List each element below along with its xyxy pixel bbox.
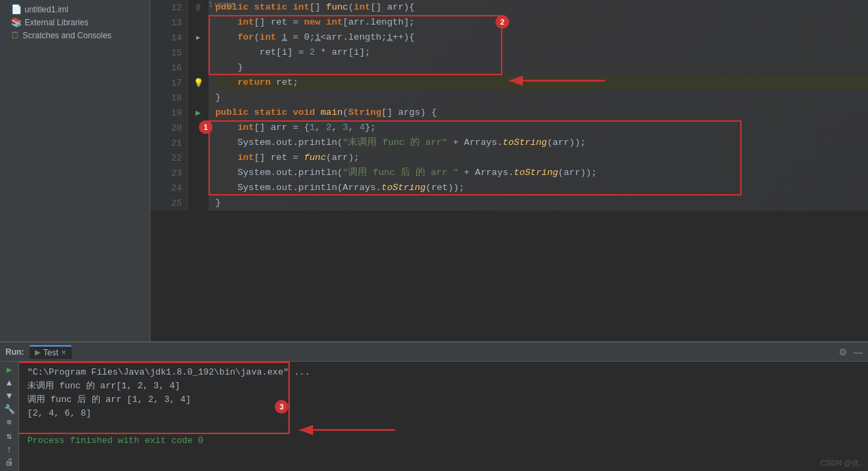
file-icon: 📄 (11, 4, 22, 14)
code-line-20: int[] arr = {1, 2, 3, 4}; (215, 120, 868, 135)
code-lines[interactable]: 2 1 (208, 0, 868, 211)
run-button[interactable]: ▶ (2, 364, 17, 375)
gutter-bookmark-14: ▶ (188, 30, 208, 45)
code-line-19: public static void main(String[] args) { (215, 105, 868, 120)
tab-name: Test (43, 348, 58, 358)
line-12: 12 (150, 0, 187, 15)
code-line-24: System.out.println(Arrays.toString(ret))… (215, 180, 868, 196)
gutter-16 (188, 60, 208, 75)
badge-3: 3 (275, 400, 288, 414)
up-button[interactable]: ▲ (2, 378, 17, 388)
scratch-icon: 🗒 (11, 30, 20, 40)
panel-tabs: Run: ▶ Test ✕ ⚙ — (0, 342, 868, 362)
gutter-15 (188, 45, 208, 60)
sidebar-item-label: untitled1.iml (25, 5, 68, 14)
console-output: 3 "C:\Program Files\Java\jdk1.8.0_192\bi… (19, 362, 868, 471)
print-icon[interactable]: 🖨 (2, 457, 17, 468)
code-line-22: int[] ret = func(arr); (215, 150, 868, 165)
gutter-play-19[interactable]: ▶ (188, 105, 208, 120)
line-13: 13 (150, 15, 187, 30)
code-line-23: System.out.println("调用 func 后 的 arr " + … (215, 165, 868, 180)
gutter-21 (188, 135, 208, 150)
code-line-18: } (215, 90, 868, 105)
line-25: 25 (150, 196, 187, 211)
sort-icon[interactable]: ⇅ (2, 431, 17, 442)
editor-area: 1 usage 12 13 14 15 16 17 18 19 20 21 22… (150, 0, 868, 211)
console-arrow (293, 416, 402, 444)
down-button[interactable]: ▼ (2, 391, 17, 401)
line-16: 16 (150, 60, 187, 75)
sidebar-item-iml[interactable]: 📄 untitled1.iml (0, 3, 150, 16)
line-21: 21 (150, 135, 187, 150)
code-line-13: int[] ret = new int[arr.length]; (215, 15, 868, 30)
console-line-3: [2, 4, 6, 8] (27, 407, 860, 420)
line-22: 22 (150, 150, 187, 165)
gutter-at-12: @ (188, 0, 208, 15)
tab-close-icon[interactable]: ✕ (61, 349, 66, 356)
lines-icon[interactable]: ≡ (2, 418, 17, 428)
upload-icon[interactable]: ↑ (2, 444, 17, 455)
line-numbers: 12 13 14 15 16 17 18 19 20 21 22 23 24 2… (150, 0, 188, 211)
badge-1: 1 (199, 120, 213, 134)
gutter-22 (188, 150, 208, 165)
sidebar-item-label: External Libraries (25, 18, 88, 27)
console-java-path: "C:\Program Files\Java\jdk1.8.0_192\bin\… (27, 366, 860, 379)
settings-icon[interactable]: ⚙ (839, 347, 847, 358)
console-exit-status: Process finished with exit code 0 (27, 434, 860, 448)
code-line-16: } (215, 60, 868, 75)
sidebar: 📄 untitled1.iml 📚 External Libraries 🗒 S… (0, 0, 150, 341)
line-20: 20 (150, 120, 187, 135)
gutter-bulb-17[interactable]: 💡 (188, 75, 208, 90)
line-15: 15 (150, 45, 187, 60)
gutter: @ ▶ 💡 ▶ (188, 0, 208, 211)
code-line-17: return ret; (215, 75, 868, 90)
gutter-24 (188, 180, 208, 196)
library-icon: 📚 (11, 17, 22, 27)
watermark: CSDN @优... (820, 458, 865, 468)
code-line-15: ret[i] = 2 * arr[i]; (215, 45, 868, 60)
bottom-panel: Run: ▶ Test ✕ ⚙ — ▶ ▲ ▼ 🔧 ≡ ⇅ ↑ 🖨 🗑 (0, 341, 868, 471)
line-17: 17 (150, 75, 187, 90)
code-line-14: for(int i = 0;i<arr.length;i++){ (215, 30, 868, 45)
panel-sidebar: ▶ ▲ ▼ 🔧 ≡ ⇅ ↑ 🖨 🗑 (0, 362, 19, 471)
main-area: 📄 untitled1.iml 📚 External Libraries 🗒 S… (0, 0, 868, 341)
line-24: 24 (150, 180, 187, 196)
gutter-13 (188, 15, 208, 30)
panel-settings[interactable]: ⚙ — (839, 347, 863, 358)
tab-icon: ▶ (35, 348, 40, 357)
gutter-18 (188, 90, 208, 105)
console-line-1: 未调用 func 的 arr[1, 2, 3, 4] (27, 379, 860, 393)
code-line-25: } (215, 196, 868, 211)
sidebar-item-scratches[interactable]: 🗒 Scratches and Consoles (0, 29, 150, 42)
code-line-21: System.out.println("未调用 func 的 arr" + Ar… (215, 135, 868, 150)
console-line-2: 调用 func 后 的 arr [1, 2, 3, 4] (27, 393, 860, 407)
sidebar-item-label: Scratches and Consoles (23, 31, 111, 40)
line-18: 18 (150, 90, 187, 105)
run-label: Run: (5, 347, 24, 357)
gutter-25 (188, 196, 208, 211)
line-23: 23 (150, 165, 187, 180)
editor-wrapper: 1 usage 12 13 14 15 16 17 18 19 20 21 22… (150, 0, 868, 341)
code-line-12: public static int[] func(int[] arr){ (215, 0, 868, 15)
panel-tab-test[interactable]: ▶ Test ✕ (29, 345, 72, 359)
panel-content: ▶ ▲ ▼ 🔧 ≡ ⇅ ↑ 🖨 🗑 3 (0, 362, 868, 471)
wrench-icon[interactable]: 🔧 (2, 404, 17, 415)
sidebar-item-external-libraries[interactable]: 📚 External Libraries (0, 16, 150, 29)
minimize-icon[interactable]: — (853, 347, 863, 358)
gutter-23 (188, 165, 208, 180)
line-19: 19 (150, 105, 187, 120)
badge-2: 2 (496, 15, 509, 29)
code-container[interactable]: 12 13 14 15 16 17 18 19 20 21 22 23 24 2… (150, 0, 868, 211)
line-14: 14 (150, 30, 187, 45)
console-line-blank (27, 420, 860, 434)
